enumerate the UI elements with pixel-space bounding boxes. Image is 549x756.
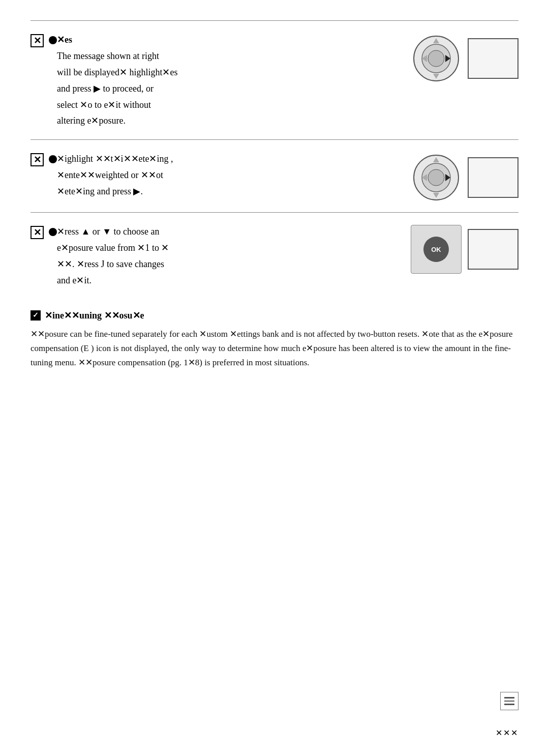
section-2-line1: ✕ighlight ✕✕t✕i✕✕ete✕ing , [57,152,396,166]
step-dot-2 [49,155,57,163]
section-1: ✕ ✕es The message shown at right will be… [30,20,518,139]
note-checkbox-icon: ✓ [30,310,41,321]
screen-box-1 [468,38,518,79]
step-dot-1 [49,36,57,44]
section-2-left: ✕ [30,152,57,166]
section-1-line5: altering e✕posure. [57,114,396,128]
section-1-content: ✕es The message shown at right will be d… [57,33,407,130]
step-icon-1: ✕ [30,34,44,47]
section-3-left: ✕ [30,225,57,239]
section-1-line3: and press ▶ to proceed, or [57,82,396,96]
section-2-line3: ✕ete✕ing and press ▶. [57,185,396,199]
section-1-heading: ✕es [57,33,396,47]
section-3-line1: ✕ress ▲ or ▼ to choose an [57,225,396,239]
section-3-line3: ✕✕. ✕ress J to save changes [57,257,396,272]
menu-line-3 [504,704,514,705]
section-1-line4: select ✕o to e✕it without [57,98,396,112]
section-1-line1: The message shown at right [57,49,396,64]
section-3-line4: and e✕it. [57,274,396,288]
menu-icon-box [500,692,518,710]
menu-line-1 [504,697,514,699]
section-2: ✕ ✕ighlight ✕✕t✕i✕✕ete✕ing , ✕ente✕✕weig… [30,139,518,212]
menu-line-2 [504,701,514,702]
step-dot-3 [49,228,57,236]
step-icon-3: ✕ [30,226,44,239]
section-1-left: ✕ [30,33,57,47]
dial-2 [411,152,462,203]
step-icon-2: ✕ [30,153,44,166]
page-number: ✕✕✕ [496,729,518,737]
section-3: ✕ ✕ress ▲ or ▼ to choose an e✕posure val… [30,212,518,299]
section-2-image [407,152,518,203]
menu-lines-icon [504,697,514,705]
screen-box-2 [468,157,518,198]
section-2-content: ✕ighlight ✕✕t✕i✕✕ete✕ing , ✕ente✕✕weight… [57,152,407,201]
screen-box-3 [468,229,518,270]
section-1-line2: will be displayed✕ highlight✕es [57,66,396,80]
note-heading: ✓ ✕ine✕✕uning ✕✕osu✕e [30,308,518,323]
section-2-line2: ✕ente✕✕weighted or ✕✕ot [57,168,396,183]
svg-point-9 [428,169,444,186]
section-1-image [407,33,518,84]
ok-button: OK [423,237,449,262]
note-body: ✕✕posure can be fine-tuned separately fo… [30,327,518,370]
page-footer: ✕✕✕ [496,728,518,738]
svg-point-2 [428,50,444,67]
section-3-content: ✕ress ▲ or ▼ to choose an e✕posure value… [57,225,407,290]
note-heading-text: ✕ine✕✕uning ✕✕osu✕e [45,308,144,323]
dial-1 [411,33,462,84]
section-3-image: OK [407,225,518,274]
section-3-line2: e✕posure value from ✕1 to ✕ [57,241,396,255]
note-section: ✓ ✕ine✕✕uning ✕✕osu✕e ✕✕posure can be fi… [30,299,518,377]
page-container: ✕ ✕es The message shown at right will be… [30,20,518,377]
